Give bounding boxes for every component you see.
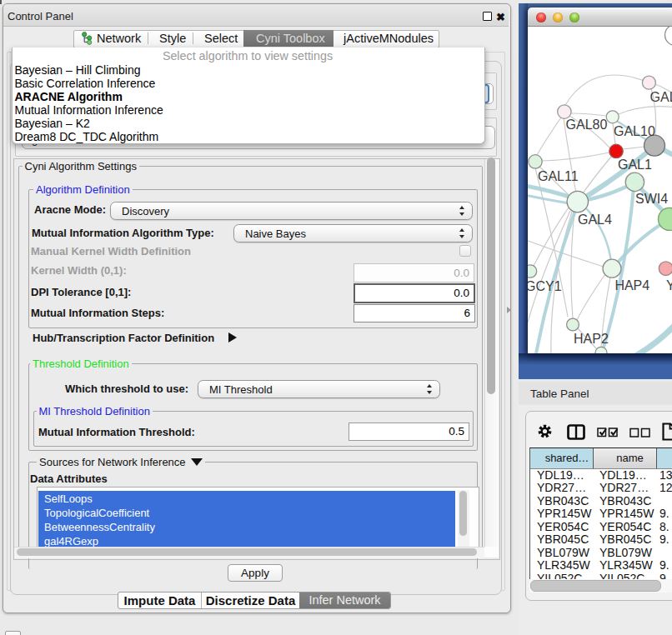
svg-text:GAL2: GAL2 [650,90,672,104]
svg-text:GCY1: GCY1 [528,279,562,293]
svg-text:HAP4: HAP4 [614,278,649,292]
svg-text:SWI4: SWI4 [635,192,668,206]
svg-text:YM: YM [666,278,672,292]
svg-text:HAP2: HAP2 [574,332,609,346]
svg-text:GAL4: GAL4 [578,212,612,227]
svg-text:GAL1: GAL1 [618,158,652,172]
svg-text:GAL11: GAL11 [538,169,579,183]
svg-text:GAL80: GAL80 [566,118,608,132]
svg-text:GAL10: GAL10 [614,124,655,138]
